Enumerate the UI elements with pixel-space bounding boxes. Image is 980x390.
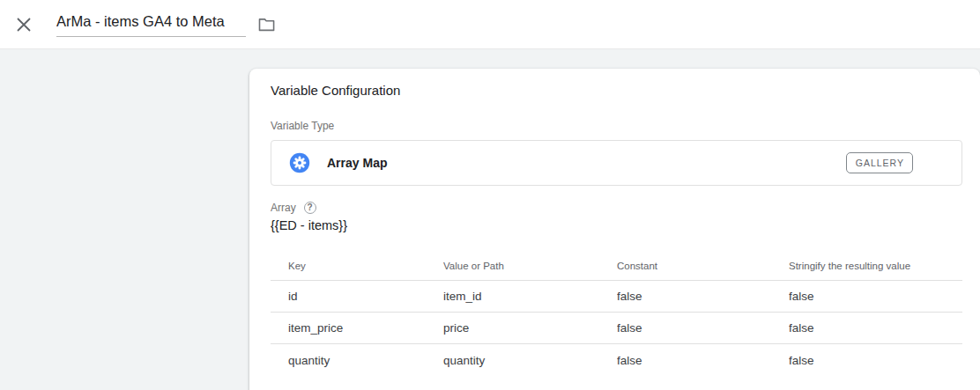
card-title: Variable Configuration	[271, 83, 962, 98]
table-header-row: Key Value or Path Constant Stringify the…	[271, 252, 962, 281]
table-header-constant: Constant	[617, 261, 789, 271]
table-header-key: Key	[288, 261, 443, 271]
table-header-value-or-path: Value or Path	[443, 261, 617, 271]
cell-constant: false	[617, 354, 789, 367]
gallery-button[interactable]: GALLERY	[846, 152, 913, 174]
variable-type-selector[interactable]: Array Map GALLERY	[271, 140, 962, 186]
cell-key: item_price	[288, 321, 443, 335]
close-button[interactable]	[12, 13, 35, 36]
cell-stringify: false	[789, 290, 962, 303]
close-icon	[15, 16, 33, 33]
cell-stringify: false	[789, 321, 962, 335]
array-map-table: Key Value or Path Constant Stringify the…	[271, 252, 962, 376]
variable-type-name: Array Map	[327, 156, 387, 170]
variable-configuration-card: Variable Configuration Variable Type Arr…	[249, 69, 980, 390]
array-field-label: Array	[271, 202, 296, 214]
cell-value-or-path: price	[443, 321, 617, 335]
folder-button[interactable]	[256, 14, 277, 35]
table-row-quantity[interactable]: quantity quantity false false	[271, 344, 962, 376]
table-row-item-price[interactable]: item_price price false false	[271, 313, 962, 344]
top-bar	[0, 0, 980, 49]
folder-icon	[258, 18, 275, 32]
array-map-gear-icon	[289, 152, 310, 173]
cell-key: id	[288, 290, 443, 303]
array-field-value[interactable]: {{ED - items}}	[271, 218, 962, 232]
main-area: Variable Configuration Variable Type Arr…	[0, 49, 980, 390]
help-icon[interactable]: ?	[304, 202, 316, 214]
cell-key: quantity	[288, 354, 443, 367]
variable-type-label: Variable Type	[271, 120, 962, 132]
cell-constant: false	[617, 321, 789, 335]
cell-value-or-path: item_id	[443, 290, 617, 303]
cell-constant: false	[617, 290, 789, 303]
cell-stringify: false	[789, 354, 962, 367]
cell-value-or-path: quantity	[443, 354, 617, 367]
table-header-stringify: Stringify the resulting value	[789, 261, 962, 271]
table-row-id[interactable]: id item_id false false	[271, 281, 962, 313]
array-field-section: Array ? {{ED - items}}	[271, 202, 962, 232]
variable-name-input[interactable]	[56, 11, 246, 37]
